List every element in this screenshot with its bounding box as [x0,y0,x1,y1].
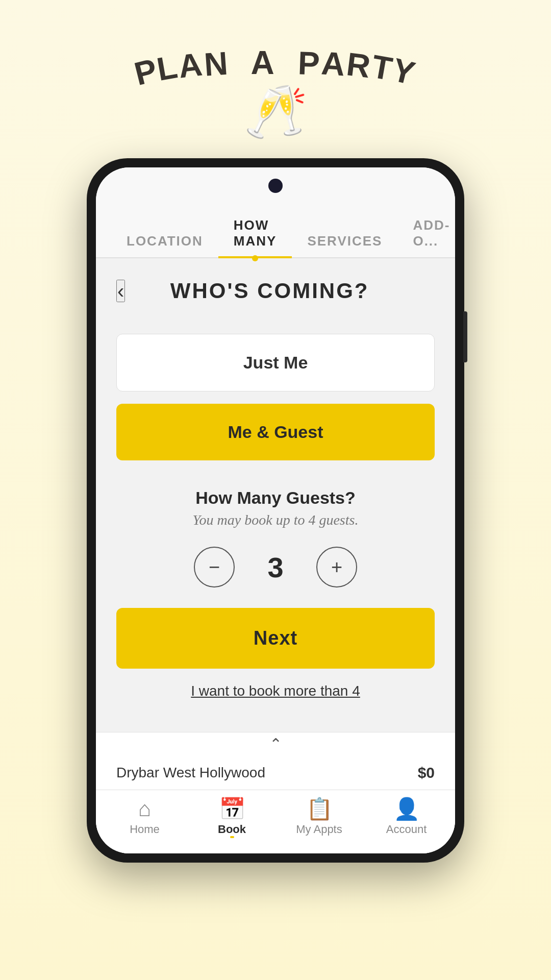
tab-location[interactable]: LOCATION [111,224,218,257]
location-name: Drybar West Hollywood [116,765,265,781]
how-many-guests-title: How Many Guests? [195,488,356,508]
bottom-navigation: ⌂ Home 📅 Book 📋 My Appts [96,790,455,853]
guest-counter: − 3 + [194,547,357,587]
tab-services[interactable]: SERVICES [292,224,397,257]
just-me-button[interactable]: Just Me [116,334,435,391]
page-title: WHO'S COMING? [135,279,404,303]
my-appts-icon: 📋 [306,798,333,820]
tab-navigation: LOCATION HOW MANY SERVICES ADD-O... [96,208,455,258]
account-icon: 👤 [393,798,420,820]
options-area: Just Me Me & Guest [96,313,455,473]
book-icon: 📅 [219,798,245,820]
nav-home-label: Home [130,823,160,836]
phone-screen: LOCATION HOW MANY SERVICES ADD-O... ‹ WH… [96,167,455,853]
back-button[interactable]: ‹ [116,280,125,302]
decrement-button[interactable]: − [194,547,235,587]
header-area: P L A N A P A R T Y 🥂 [133,0,419,138]
champagne-glasses-icon: 🥂 [244,87,308,138]
nav-book-label: Book [218,823,246,836]
nav-book[interactable]: 📅 Book [188,798,276,838]
spacer [96,699,455,732]
nav-my-appts[interactable]: 📋 My Appts [276,798,363,836]
camera-notch [268,179,283,193]
nav-account[interactable]: 👤 Account [363,798,450,836]
phone-side-button [463,311,467,362]
chevron-up-icon[interactable]: ⌃ [96,732,455,752]
nav-account-label: Account [386,823,427,836]
nav-my-appts-label: My Appts [296,823,342,836]
increment-button[interactable]: + [316,547,357,587]
home-icon: ⌂ [138,798,151,820]
phone-frame: LOCATION HOW MANY SERVICES ADD-O... ‹ WH… [87,158,464,863]
page-header: ‹ WHO'S COMING? [96,258,455,313]
nav-active-indicator [230,836,234,838]
price-display: $0 [418,764,435,781]
guest-limit-subtitle: You may book up to 4 guests. [193,512,359,528]
plan-a-party-title: P L A N A P A R T Y [133,31,419,82]
me-and-guest-button[interactable]: Me & Guest [116,404,435,460]
location-price-bar: Drybar West Hollywood $0 [96,752,455,790]
screen-content: ‹ WHO'S COMING? Just Me Me & Guest How M… [96,258,455,853]
tab-add-ons[interactable]: ADD-O... [397,208,455,257]
tab-how-many[interactable]: HOW MANY [218,208,292,257]
guest-count-value: 3 [260,551,291,584]
nav-home[interactable]: ⌂ Home [101,798,188,836]
active-tab-indicator [252,255,258,261]
book-more-than-4-link[interactable]: I want to book more than 4 [96,683,455,699]
bottom-bar: ⌃ Drybar West Hollywood $0 ⌂ Home 📅 Book [96,732,455,853]
next-button[interactable]: Next [116,608,435,669]
guest-section: How Many Guests? You may book up to 4 gu… [96,473,455,603]
